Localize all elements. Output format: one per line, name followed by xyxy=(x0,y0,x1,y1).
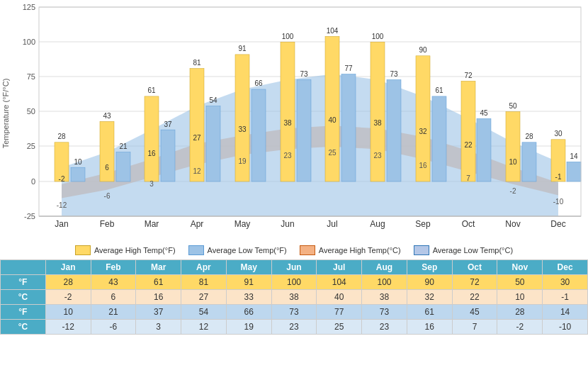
val-dec-highC: -1 xyxy=(555,173,562,181)
val-aug-lowC: 23 xyxy=(373,152,382,159)
bar-sep-lowF xyxy=(432,96,446,181)
table-header-row: Jan Feb Mar Apr May Jun Jul Aug Sep Oct … xyxy=(1,260,588,275)
table-header-dec: Dec xyxy=(543,260,588,275)
legend-item-high-f: Average High Temp(°F) xyxy=(75,245,176,255)
table-row-lowC: °C -12 -6 3 12 19 23 25 23 16 7 -2 -10 xyxy=(1,320,588,335)
table-header-mar: Mar xyxy=(136,260,181,275)
bar-jul-highF xyxy=(325,36,339,181)
val-nov-lowC: -2 xyxy=(510,187,516,195)
bar-mar-lowF xyxy=(161,130,175,181)
cell-jan-highC: -2 xyxy=(45,290,91,305)
table-header-may: May xyxy=(226,260,271,275)
table-header-aug: Aug xyxy=(362,260,407,275)
table-header-nov: Nov xyxy=(497,260,543,275)
cell-jul-highF: 104 xyxy=(317,275,362,290)
cell-jul-lowF: 77 xyxy=(317,305,362,320)
table-header-jul: Jul xyxy=(317,260,362,275)
val-apr-lowF: 54 xyxy=(209,96,217,104)
val-oct-lowC: 7 xyxy=(466,174,470,182)
val-mar-highF: 61 xyxy=(147,86,156,94)
cell-sep-highC: 32 xyxy=(407,290,452,305)
cell-feb-highF: 43 xyxy=(91,275,136,290)
cell-jun-lowF: 73 xyxy=(271,305,317,320)
bar-jun-highF xyxy=(281,42,295,181)
bar-jul-lowF xyxy=(341,74,356,182)
val-feb-lowC: -6 xyxy=(104,192,111,200)
legend-swatch-low-f xyxy=(188,245,204,255)
val-nov-highC: 10 xyxy=(509,158,517,166)
bar-aug-highF xyxy=(371,42,385,181)
legend-swatch-high-f xyxy=(75,245,91,255)
val-nov-highF: 50 xyxy=(509,102,517,110)
cell-nov-highC: 10 xyxy=(497,290,543,305)
cell-mar-highF: 61 xyxy=(136,275,181,290)
cell-oct-highC: 22 xyxy=(452,290,497,305)
bar-mar-highF xyxy=(145,96,159,181)
row-label-lowC: °C xyxy=(1,320,46,335)
bar-apr-highF xyxy=(190,69,204,182)
row-label-highC: °C xyxy=(1,290,46,305)
cell-feb-lowF: 21 xyxy=(91,305,136,320)
cell-nov-lowF: 28 xyxy=(497,305,543,320)
x-label-apr: Apr xyxy=(191,219,204,229)
cell-feb-lowC: -6 xyxy=(91,320,136,335)
val-aug-highF: 100 xyxy=(372,33,384,40)
table-row-highC: °C -2 6 16 27 33 38 40 38 32 22 10 -1 xyxy=(1,290,588,305)
legend-label-low-c: Average Low Temp(°C) xyxy=(433,246,513,254)
val-jun-lowC: 23 xyxy=(283,152,292,159)
cell-jan-lowC: -12 xyxy=(45,320,91,335)
legend-item-low-c: Average Low Temp(°C) xyxy=(414,245,513,255)
cell-aug-highC: 38 xyxy=(362,290,407,305)
bar-oct-highF xyxy=(461,81,475,181)
val-jan-highC: -2 xyxy=(59,175,65,183)
table-header-sep: Sep xyxy=(407,260,452,275)
cell-may-highF: 91 xyxy=(226,275,271,290)
cell-may-lowF: 66 xyxy=(226,305,271,320)
val-may-highF: 91 xyxy=(238,45,247,52)
bar-oct-lowF xyxy=(477,118,491,181)
val-jul-lowC: 25 xyxy=(328,149,337,157)
x-label-mar: Mar xyxy=(145,219,159,229)
val-jun-highF: 100 xyxy=(282,33,294,40)
val-sep-highF: 90 xyxy=(419,46,427,54)
val-mar-lowC: 3 xyxy=(149,180,154,188)
cell-oct-lowC: 7 xyxy=(452,320,497,335)
val-oct-lowF: 45 xyxy=(480,109,488,117)
cell-feb-highC: 6 xyxy=(91,290,136,305)
cell-may-lowC: 19 xyxy=(226,320,271,335)
legend-swatch-high-c xyxy=(300,245,315,255)
val-may-lowC: 19 xyxy=(238,157,247,165)
cell-jun-highF: 100 xyxy=(271,275,317,290)
cell-jul-lowC: 25 xyxy=(317,320,362,335)
row-label-lowF: °F xyxy=(1,305,46,320)
table-header-jun: Jun xyxy=(271,260,317,275)
val-jul-highF: 104 xyxy=(327,27,339,35)
bar-feb-lowF xyxy=(116,152,130,181)
cell-may-highC: 33 xyxy=(226,290,271,305)
legend-item-high-c: Average High Temp(°C) xyxy=(300,245,401,255)
table-row-lowF: °F 10 21 37 54 66 73 77 73 61 45 28 14 xyxy=(1,305,588,320)
x-label-jul: Jul xyxy=(327,219,337,229)
cell-mar-highC: 16 xyxy=(136,290,181,305)
table-header-empty xyxy=(1,260,46,275)
cell-mar-lowC: 3 xyxy=(136,320,181,335)
cell-aug-lowF: 73 xyxy=(362,305,407,320)
cell-dec-lowC: -10 xyxy=(543,320,588,335)
table-header-feb: Feb xyxy=(91,260,136,275)
legend-item-low-f: Average Low Temp(°F) xyxy=(188,245,287,255)
val-dec-highF: 30 xyxy=(554,130,562,138)
cell-jul-highC: 40 xyxy=(317,290,362,305)
cell-oct-highF: 72 xyxy=(452,275,497,290)
bar-dec-lowF xyxy=(567,162,581,181)
cell-nov-lowC: -2 xyxy=(497,320,543,335)
table-header-jan: Jan xyxy=(45,260,91,275)
val-feb-highC: 6 xyxy=(105,164,109,172)
y-label-25: 25 xyxy=(27,142,35,150)
data-table: Jan Feb Mar Apr May Jun Jul Aug Sep Oct … xyxy=(0,259,588,335)
cell-dec-lowF: 14 xyxy=(543,305,588,320)
val-jan-highF: 28 xyxy=(57,133,66,140)
chart-container: 125 100 75 50 25 0 -25 Temperature (°F/°… xyxy=(0,0,588,375)
cell-apr-highF: 81 xyxy=(181,275,227,290)
val-mar-highC: 16 xyxy=(147,150,156,157)
cell-apr-lowF: 54 xyxy=(181,305,227,320)
